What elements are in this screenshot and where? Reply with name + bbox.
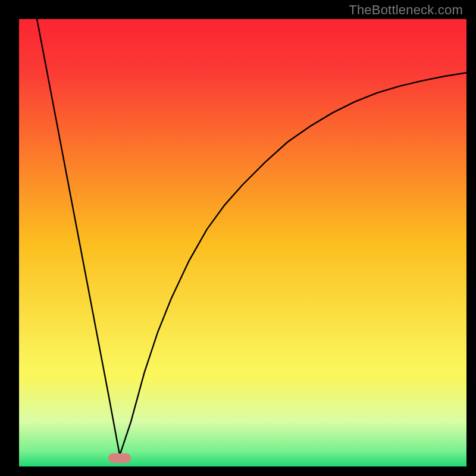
plot-svg: [19, 19, 466, 466]
watermark-text: TheBottleneck.com: [349, 2, 463, 18]
optimum-marker: [108, 453, 131, 463]
plot-area: [19, 19, 466, 466]
chart-frame: TheBottleneck.com: [0, 0, 476, 476]
